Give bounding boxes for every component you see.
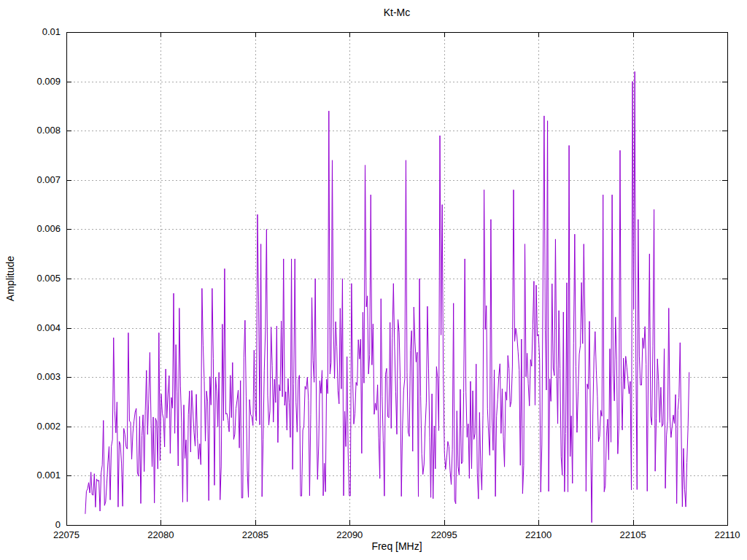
gnuplot-chart-window: Kt-Mc Amplitude Freq [MHz] 2207522080220… [0,0,747,560]
x-tick-label: 22085 [233,529,277,541]
data-series-line [85,71,689,523]
y-tick-label: 0.006 [17,223,61,235]
y-tick-label: 0.009 [17,76,61,88]
y-tick-label: 0.004 [17,322,61,334]
x-tick-label: 22105 [611,529,655,541]
x-tick-label: 22095 [422,529,466,541]
y-tick-label: 0.008 [17,125,61,136]
x-tick-label: 22080 [139,529,182,541]
y-tick-label: 0.005 [17,273,61,284]
y-tick-label: 0 [17,519,61,531]
y-tick-label: 0.002 [17,421,61,432]
x-tick-label: 22090 [328,529,371,541]
y-tick-label: 0.001 [17,470,61,481]
x-tick-label: 22100 [516,529,560,541]
y-tick-label: 0.01 [17,26,61,38]
plot-area [0,0,747,560]
grid-lines [66,32,727,525]
x-tick-label: 22110 [705,529,747,541]
y-tick-label: 0.007 [17,174,61,186]
y-tick-label: 0.003 [17,371,61,383]
x-tick-label: 22075 [44,529,88,541]
